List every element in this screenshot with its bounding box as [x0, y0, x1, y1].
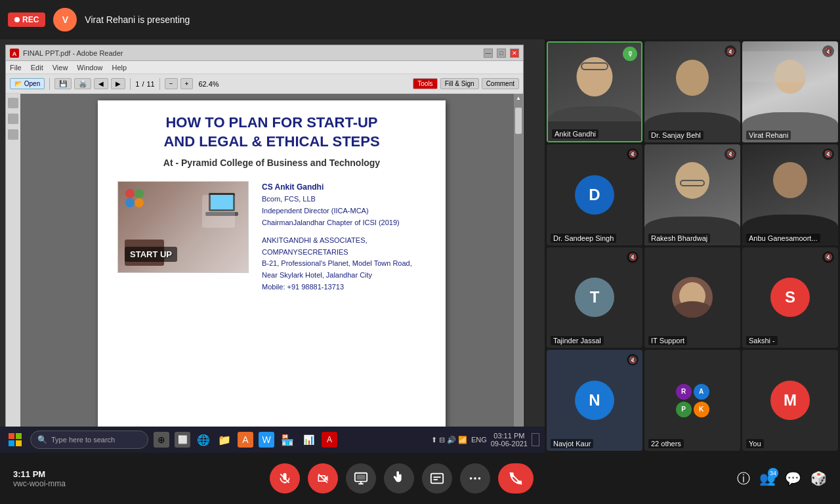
more-button[interactable] [460, 463, 490, 494]
task-app2[interactable]: W [259, 432, 274, 448]
task-app1[interactable]: A [238, 432, 253, 448]
video-button[interactable] [308, 463, 338, 494]
screen-share: A FINAL PPT.pdf - Adobe Reader — □ ✕ Fil… [0, 39, 545, 453]
menu-help[interactable]: Help [112, 64, 127, 72]
zoom-in-button[interactable]: + [180, 78, 194, 89]
start-button[interactable] [5, 430, 25, 450]
participant-tile-navjot[interactable]: N 🔇 Navjot Kaur [547, 350, 642, 451]
svg-text:A: A [12, 51, 17, 57]
presenter-avatar: V [53, 8, 77, 32]
fill-sign-button[interactable]: Fill & Sign [440, 78, 479, 89]
tajinder-name-text: Tajinder Jassal [553, 337, 601, 345]
participant-tile-ankit[interactable]: 🎙 Ankit Gandhi [547, 41, 642, 142]
sakshi-name: Sakshi - [746, 336, 778, 345]
panel-icon-3 [8, 129, 18, 140]
participant-tile-others[interactable]: R A P K 22 others [644, 350, 740, 451]
sanjay-mute-icon: 🔇 [724, 45, 736, 57]
sandeep-mute-icon: 🔇 [627, 148, 639, 160]
sandeep-name: Dr. Sandeep Singh [551, 234, 616, 243]
prev-page-button[interactable]: ◀ [94, 78, 108, 89]
adobe-icon: A [10, 49, 19, 58]
svg-point-7 [125, 198, 135, 207]
present-button[interactable] [346, 463, 376, 494]
others-avatar-1: R [676, 384, 692, 400]
adobe-titlebar-controls[interactable]: — □ ✕ [484, 49, 519, 58]
captions-button[interactable] [422, 463, 452, 494]
menu-file[interactable]: File [10, 64, 22, 72]
save-button[interactable]: 💾 [54, 78, 72, 89]
maximize-button[interactable]: □ [497, 49, 506, 58]
adobe-window[interactable]: A FINAL PPT.pdf - Adobe Reader — □ ✕ Fil… [5, 45, 524, 445]
scrollbar-thumb[interactable] [515, 108, 522, 134]
tools-button[interactable]: Tools [413, 78, 437, 89]
adobe-titlebar: A FINAL PPT.pdf - Adobe Reader — □ ✕ [6, 45, 523, 61]
participant-tile-sanjay[interactable]: 🔇 Dr. Sanjay Behl [644, 41, 740, 142]
task-store[interactable]: 🏪 [280, 432, 295, 448]
toolbar-divider-2 [130, 78, 131, 90]
others-inner: R A P K [676, 384, 709, 417]
mic-icon [278, 472, 291, 485]
taskbar-search[interactable]: 🔍 Type here to search [30, 430, 148, 449]
slide-company-info: ANKITGANDHI & ASSOCIATES, COMPANYSECRETA… [262, 235, 426, 293]
participant-tile-itsupport[interactable]: IT Support [644, 247, 740, 348]
next-page-button[interactable]: ▶ [111, 78, 125, 89]
adobe-toolbar: 📂 Open 💾 🖨️ ◀ ▶ 1 / 11 − + 62.4% Tools F… [6, 74, 523, 94]
open-button[interactable]: 📂 Open [10, 78, 45, 89]
people-button[interactable]: 👥 34 [759, 471, 776, 486]
participant-tile-tajinder[interactable]: T 🔇 Tajinder Jassal [547, 247, 642, 348]
participant-tile-you[interactable]: M You [742, 350, 838, 451]
chat-button[interactable]: 💬 [785, 471, 801, 486]
svg-rect-12 [16, 440, 22, 446]
comment-button[interactable]: Comment [482, 78, 519, 89]
activities-button[interactable]: 🎲 [810, 471, 827, 486]
zoom-out-button[interactable]: − [165, 78, 178, 89]
task-adobe[interactable]: A [322, 432, 337, 448]
toolbar-divider-3 [159, 78, 160, 90]
info-button[interactable]: ⓘ [737, 470, 750, 488]
anbu-name: Anbu Ganesamoort... [746, 234, 820, 243]
tajinder-mute-icon: 🔇 [627, 251, 639, 263]
rec-dot [14, 17, 20, 22]
adobe-scrollbar[interactable]: ▲ ▼ [514, 94, 523, 444]
taskbar-search-placeholder: Type here to search [51, 436, 115, 444]
adobe-titlebar-left: A FINAL PPT.pdf - Adobe Reader [10, 49, 123, 58]
sanjay-name: Dr. Sanjay Behl [648, 131, 704, 140]
menu-edit[interactable]: Edit [31, 64, 43, 72]
svg-rect-17 [430, 474, 442, 484]
others-avatar-4: K [694, 402, 709, 417]
task-app3[interactable]: 📊 [301, 432, 316, 448]
page-num: 1 [135, 80, 139, 88]
participant-tile-anbu[interactable]: 🔇 Anbu Ganesamoort... [742, 144, 838, 245]
task-edge[interactable]: 🌐 [196, 432, 211, 448]
mic-button[interactable] [270, 463, 300, 494]
windows-icon [9, 433, 22, 446]
task-files[interactable]: 📁 [217, 432, 232, 448]
participant-tile-rakesh[interactable]: 🔇 Rakesh Bhardwaj [644, 144, 740, 245]
slide-image-area: START UP [117, 181, 426, 293]
tajinder-name: Tajinder Jassal [551, 336, 604, 345]
participant-tile-sandeep[interactable]: D 🔇 Dr. Sandeep Singh [547, 144, 642, 245]
you-name-text: You [749, 440, 761, 448]
print-button[interactable]: 🖨️ [74, 78, 91, 89]
task-cortana[interactable]: ⊕ [154, 432, 169, 448]
presenter-text: Virat Rehani is presenting [85, 14, 190, 25]
menu-window[interactable]: Window [77, 64, 102, 72]
hand-button[interactable] [384, 463, 414, 494]
hand-icon [392, 471, 406, 486]
show-desktop-button[interactable] [532, 433, 539, 446]
participant-tile-sakshi[interactable]: S 🔇 Sakshi - [742, 247, 838, 348]
participant-tile-virat[interactable]: 🔇 Virat Rehani [742, 41, 838, 142]
bottom-bar: 3:11 PM vwc-wooi-mma [0, 453, 840, 504]
more-icon [468, 471, 482, 486]
slide-company-phone: Mobile: +91 98881-13713 [262, 282, 426, 293]
minimize-button[interactable]: — [484, 49, 493, 58]
activities-icon: 🎲 [810, 471, 827, 486]
menu-view[interactable]: View [52, 64, 68, 72]
end-call-button[interactable] [498, 463, 534, 494]
virat-mute-icon: 🔇 [822, 45, 834, 57]
task-taskview[interactable]: ⬜ [175, 432, 190, 448]
close-button[interactable]: ✕ [510, 49, 519, 58]
meeting-time: 3:11 PM [13, 469, 66, 479]
svg-rect-16 [356, 475, 365, 480]
adobe-title: FINAL PPT.pdf - Adobe Reader [23, 49, 123, 57]
